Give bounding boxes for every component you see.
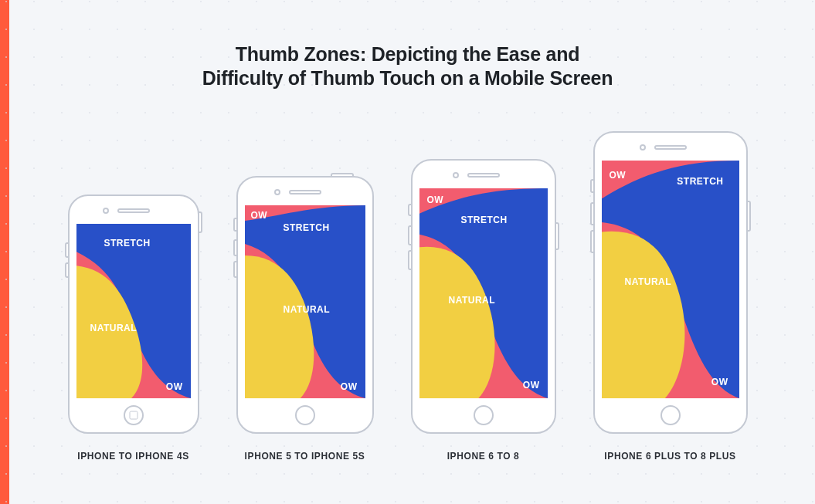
volume-button-icon — [590, 202, 595, 225]
screen-thumbzones: STRETCH NATURAL OW — [76, 224, 191, 398]
power-button-icon — [555, 222, 559, 250]
phone-iphone-5s: OW STRETCH NATURAL OW IPHONE 5 TO IPHONE… — [236, 176, 374, 462]
earpiece-icon — [467, 173, 500, 178]
label-stretch: STRETCH — [677, 176, 723, 187]
earpiece-icon — [654, 145, 687, 150]
volume-button-icon — [408, 250, 413, 270]
volume-button-icon — [233, 261, 238, 278]
label-ow: OW — [523, 380, 540, 391]
page-title: Thumb Zones: Depicting the Ease and Diff… — [138, 42, 678, 91]
front-camera-icon — [103, 208, 109, 214]
phones-row: STRETCH NATURAL OW IPHONE TO IPHONE 4S — [68, 131, 748, 462]
natural-zone-shape — [245, 205, 365, 398]
label-natural: NATURAL — [90, 323, 138, 333]
label-stretch: STRETCH — [461, 215, 508, 225]
label-ow: OW — [427, 194, 444, 205]
title-line-2: Difficulty of Thumb Touch on a Mobile Sc… — [202, 67, 613, 89]
label-ow: OW — [341, 381, 358, 392]
phone-caption: IPHONE 5 TO IPHONE 5S — [245, 451, 365, 462]
phone-caption: IPHONE 6 TO 8 — [447, 451, 520, 462]
front-camera-icon — [640, 144, 646, 151]
front-camera-icon — [453, 172, 459, 178]
phone-iphone-6-8: OW STRETCH NATURAL OW IPHONE 6 TO 8 — [411, 159, 556, 462]
phone-frame: OW STRETCH NATURAL OW — [411, 159, 556, 434]
mute-switch-icon — [233, 218, 238, 232]
screen-thumbzones: OW STRETCH NATURAL OW — [419, 188, 548, 398]
front-camera-icon — [274, 189, 280, 195]
home-button-icon — [660, 405, 681, 425]
earpiece-icon — [289, 190, 321, 194]
phone-frame: OW STRETCH NATURAL OW — [593, 131, 748, 434]
mute-switch-icon — [408, 204, 413, 216]
volume-button-icon — [590, 230, 595, 253]
natural-zone-shape — [76, 224, 191, 398]
label-natural: NATURAL — [284, 304, 331, 315]
accent-bar — [0, 0, 9, 504]
screen-thumbzones: OW STRETCH NATURAL OW — [602, 161, 739, 398]
phone-caption: IPHONE TO IPHONE 4S — [77, 451, 189, 462]
mute-switch-icon — [590, 179, 595, 193]
volume-button-icon — [65, 242, 70, 258]
label-stretch: STRETCH — [284, 222, 330, 233]
power-button-icon — [331, 173, 354, 178]
power-button-icon — [198, 211, 202, 233]
phone-iphone-6-8-plus: OW STRETCH NATURAL OW IPHONE 6 PLUS TO 8… — [593, 131, 748, 462]
title-line-1: Thumb Zones: Depicting the Ease and — [236, 43, 579, 65]
home-button-icon — [474, 405, 494, 425]
earpiece-icon — [117, 208, 150, 213]
label-ow: OW — [711, 377, 728, 387]
power-button-icon — [746, 201, 751, 232]
label-ow: OW — [166, 381, 183, 392]
home-button-icon — [295, 405, 315, 425]
label-stretch: STRETCH — [104, 238, 151, 249]
volume-button-icon — [65, 262, 70, 278]
home-button-icon — [124, 405, 144, 425]
label-ow: OW — [610, 170, 627, 181]
volume-button-icon — [408, 225, 413, 245]
phone-frame: OW STRETCH NATURAL OW — [236, 176, 374, 434]
phone-iphone-4s: STRETCH NATURAL OW IPHONE TO IPHONE 4S — [68, 194, 199, 462]
volume-button-icon — [233, 239, 238, 256]
label-ow: OW — [251, 210, 268, 221]
label-natural: NATURAL — [449, 295, 496, 306]
screen-thumbzones: OW STRETCH NATURAL OW — [245, 205, 365, 398]
label-natural: NATURAL — [625, 276, 672, 287]
phone-caption: IPHONE 6 PLUS TO 8 PLUS — [604, 451, 735, 462]
phone-frame: STRETCH NATURAL OW — [68, 194, 199, 434]
